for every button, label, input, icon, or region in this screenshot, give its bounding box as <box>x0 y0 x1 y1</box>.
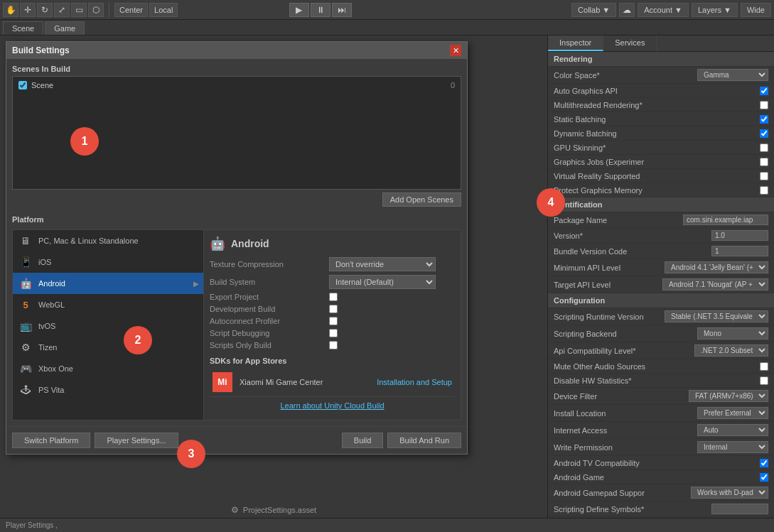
local-btn[interactable]: Local <box>149 3 178 17</box>
cloud-btn[interactable]: ☁ <box>619 3 635 17</box>
gpu-skinning-row: GPU Skinning* <box>548 141 774 155</box>
add-open-scenes-button[interactable]: Add Open Scenes <box>382 192 461 207</box>
switch-platform-button[interactable]: Switch Platform <box>12 433 90 448</box>
device-filter-dropdown[interactable]: FAT (ARMv7+x86) <box>689 390 768 402</box>
autoconnect-profiler-checkbox[interactable] <box>329 317 338 325</box>
dialog-title: Build Settings <box>12 45 70 55</box>
protect-graphics-label: Protect Graphics Memory <box>554 186 760 195</box>
bundle-version-input[interactable] <box>711 246 768 256</box>
color-space-dropdown[interactable]: Gamma <box>697 69 768 81</box>
vr-supported-checkbox[interactable] <box>760 172 768 180</box>
scripting-defines-input[interactable] <box>711 504 768 514</box>
texture-compression-dropdown[interactable]: Don't override <box>329 257 436 271</box>
tab-game[interactable]: Game <box>45 21 85 35</box>
texture-compression-row: Texture Compression Don't override <box>210 257 455 271</box>
rect-tool-btn[interactable]: ▭ <box>71 3 87 17</box>
move-tool-btn[interactable]: ✛ <box>20 3 36 17</box>
graphics-jobs-row: Graphics Jobs (Experimer <box>548 155 774 169</box>
install-location-dropdown[interactable]: Prefer External <box>697 407 768 419</box>
platform-item-tvos[interactable]: 📺 tvOS <box>13 315 203 337</box>
mute-audio-row: Mute Other Audio Sources <box>548 359 774 374</box>
disable-hw-checkbox[interactable] <box>760 376 768 385</box>
platform-item-tizen[interactable]: ⚙ Tizen <box>13 337 203 358</box>
build-system-dropdown[interactable]: Internal (Default) <box>329 275 436 289</box>
dynamic-batching-checkbox[interactable] <box>760 129 768 138</box>
development-build-checkbox[interactable] <box>329 305 338 313</box>
version-label: Version* <box>554 232 711 240</box>
script-debugging-checkbox[interactable] <box>329 329 338 337</box>
android-tv-checkbox[interactable] <box>760 459 768 467</box>
target-api-dropdown[interactable]: Android 7.1 'Nougat' (AP + <box>662 278 768 291</box>
build-system-row: Build System Internal (Default) <box>210 275 455 289</box>
platform-item-ios[interactable]: 📱 iOS <box>13 251 203 273</box>
hand-tool-btn[interactable]: ✋ <box>3 3 18 17</box>
sdks-section: SDKs for App Stores Mi Xiaomi Mi Game Ce… <box>210 357 455 397</box>
script-debugging-row: Script Debugging <box>210 329 455 337</box>
multithreaded-checkbox[interactable] <box>760 101 768 109</box>
device-filter-row: Device Filter FAT (ARMv7+x86) <box>548 388 774 405</box>
gpu-skinning-checkbox[interactable] <box>760 143 768 152</box>
step-button[interactable]: ⏭ <box>332 3 352 17</box>
export-project-checkbox[interactable] <box>329 293 338 301</box>
platform-item-pc[interactable]: 🖥 PC, Mac & Linux Standalone <box>13 230 203 251</box>
platform-item-xbox[interactable]: 🎮 Xbox One <box>13 358 203 379</box>
version-input[interactable] <box>711 230 768 241</box>
package-name-input[interactable] <box>683 215 768 225</box>
android-gamepad-dropdown[interactable]: Works with D-pad <box>691 487 768 499</box>
account-btn[interactable]: Account ▼ <box>638 3 689 17</box>
custom-tool-btn[interactable]: ⬡ <box>88 3 104 17</box>
min-api-row: Minimum API Level Android 4.1 'Jelly Bea… <box>548 259 774 276</box>
dialog-body: Scenes In Build Scene 0 1 Add Open Scene… <box>6 59 467 426</box>
android-gamepad-row: Android Gamepad Suppor Works with D-pad <box>548 484 774 501</box>
protect-graphics-row: Protect Graphics Memory <box>548 183 774 197</box>
scripting-backend-label: Scripting Backend <box>554 330 697 338</box>
center-btn[interactable]: Center <box>114 3 148 17</box>
cloud-build-link[interactable]: Learn about Unity Cloud Build <box>280 401 384 410</box>
layout-btn[interactable]: Wide <box>741 3 771 17</box>
ios-icon: 📱 <box>18 255 33 269</box>
inspector-tabs: Inspector Services <box>548 36 774 52</box>
pc-icon: 🖥 <box>18 234 33 248</box>
scripting-runtime-dropdown[interactable]: Stable (.NET 3.5 Equivale <box>665 310 768 322</box>
multithreaded-label: Multithreaded Rendering* <box>554 101 760 109</box>
platform-item-android[interactable]: 🤖 Android ▶ <box>13 273 203 294</box>
collab-btn[interactable]: Collab ▼ <box>571 3 616 17</box>
vr-supported-label: Virtual Reality Supported <box>554 172 760 180</box>
pause-button[interactable]: ⏸ <box>311 3 330 17</box>
static-batching-checkbox[interactable] <box>760 115 768 124</box>
android-game-checkbox[interactable] <box>760 473 768 482</box>
build-and-run-button[interactable]: Build And Run <box>387 433 461 448</box>
mute-audio-checkbox[interactable] <box>760 362 768 371</box>
dialog-close-button[interactable]: ✕ <box>450 45 461 56</box>
tab-inspector[interactable]: Inspector <box>548 36 603 51</box>
scene-checkbox[interactable] <box>18 81 27 89</box>
protect-graphics-checkbox[interactable] <box>760 186 768 195</box>
layers-btn[interactable]: Layers ▼ <box>692 3 738 17</box>
write-permission-dropdown[interactable]: Internal <box>697 441 768 453</box>
play-button[interactable]: ▶ <box>289 3 309 17</box>
graphics-jobs-checkbox[interactable] <box>760 158 768 166</box>
tab-scene[interactable]: Scene <box>3 21 43 35</box>
player-settings-button[interactable]: Player Settings... <box>95 433 178 448</box>
scripting-backend-dropdown[interactable]: Mono <box>697 327 768 340</box>
min-api-dropdown[interactable]: Android 4.1 'Jelly Bean' (+ <box>665 261 768 273</box>
scripting-runtime-label: Scripting Runtime Version <box>554 313 665 321</box>
project-settings-row: ⚙ ProjectSettings.asset <box>0 502 547 518</box>
scale-tool-btn[interactable]: ⤢ <box>54 3 70 17</box>
auto-graphics-checkbox[interactable] <box>760 87 768 95</box>
webgl-icon: 5 <box>18 298 33 312</box>
api-compat-dropdown[interactable]: .NET 2.0 Subset <box>694 344 768 357</box>
dialog-titlebar: Build Settings ✕ <box>6 42 467 59</box>
platform-item-webgl[interactable]: 5 WebGL <box>13 294 203 315</box>
left-panel: Build Settings ✕ Scenes In Build Scene 0… <box>0 36 547 532</box>
build-button[interactable]: Build <box>342 433 383 448</box>
scripts-only-checkbox[interactable] <box>329 341 338 349</box>
rotate-tool-btn[interactable]: ↻ <box>37 3 53 17</box>
tab-services[interactable]: Services <box>603 36 657 51</box>
platform-list: 🖥 PC, Mac & Linux Standalone 📱 iOS 🤖 And… <box>12 229 204 420</box>
internet-access-dropdown[interactable]: Auto <box>697 424 768 436</box>
right-panel: 4 Inspector Services Rendering Color Spa… <box>547 36 774 532</box>
platform-item-psvita[interactable]: 🕹 PS Vita <box>13 379 203 401</box>
sdk-install-link[interactable]: Installation and Setup <box>377 378 452 386</box>
android-tv-row: Android TV Compatibility <box>548 456 774 470</box>
